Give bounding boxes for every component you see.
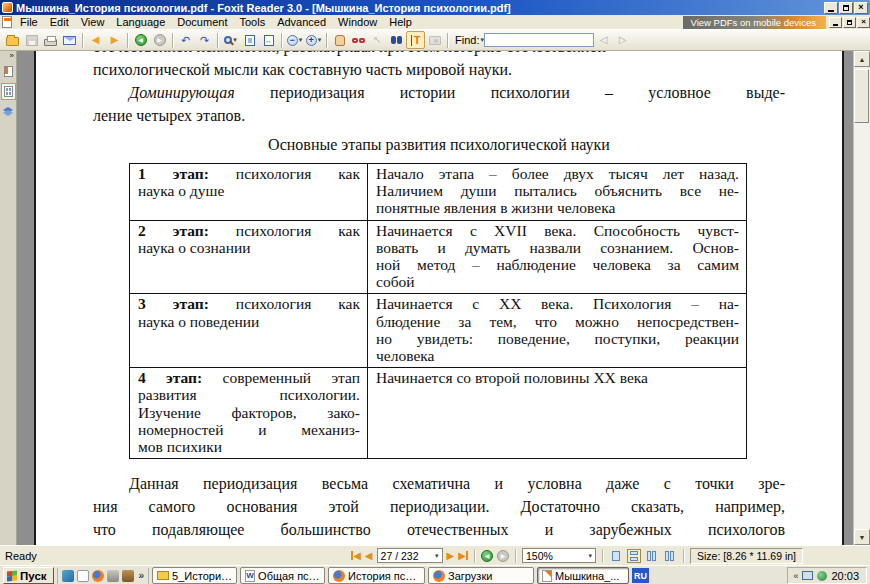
doc-line-clipped: отечественной психологии, рассматривая п… <box>93 51 785 58</box>
menu-window[interactable]: Window <box>332 16 383 28</box>
scrollbar-thumb[interactable] <box>854 69 869 123</box>
chevron-down-icon: ▾ <box>233 36 237 44</box>
previous-page-button[interactable]: ◀ <box>365 551 373 561</box>
open-button[interactable] <box>3 31 22 49</box>
menu-language[interactable]: Language <box>110 16 171 28</box>
start-button[interactable]: Пуск <box>3 567 54 584</box>
quick-launch-icon-2[interactable] <box>77 570 89 582</box>
clock[interactable]: 20:03 <box>831 570 859 582</box>
taskbar-item-downloads[interactable]: Загрузки <box>428 567 534 584</box>
language-indicator[interactable]: RU <box>632 568 649 583</box>
navigation-sidebar: » <box>0 51 17 545</box>
taskbar-item-browser-1[interactable]: История пси... <box>328 567 425 584</box>
find-previous-button[interactable]: ◁ <box>594 31 613 49</box>
zoom-out-button[interactable]: − ▾ <box>285 31 304 49</box>
search-button[interactable] <box>387 31 406 49</box>
email-button[interactable] <box>60 31 79 49</box>
rotate-left-icon: ↶ <box>181 35 190 46</box>
menu-view[interactable]: View <box>75 16 111 28</box>
pdf-page[interactable]: отечественной психологии, рассматривая п… <box>34 51 844 545</box>
zoom-level-box[interactable]: 150% ▾ <box>522 548 596 563</box>
fit-page-button[interactable] <box>240 31 259 49</box>
tray-collapse-icon[interactable]: « <box>793 571 798 581</box>
layers-icon <box>3 107 13 116</box>
doc-line: психологической мысли как составную част… <box>93 58 785 81</box>
next-page-button[interactable]: ▶ <box>105 31 124 49</box>
doc-close-button[interactable]: × <box>857 17 870 28</box>
menu-advanced[interactable]: Advanced <box>271 16 332 28</box>
chevron-down-icon: ▾ <box>318 36 322 44</box>
select-annotation-button[interactable]: ↖ <box>368 31 387 49</box>
taskbar-item-folder[interactable]: 5_История ... <box>152 567 237 584</box>
find-input[interactable] <box>484 33 594 47</box>
scrollbar-track[interactable] <box>854 67 870 529</box>
bookmarks-panel-button[interactable] <box>1 63 16 80</box>
taskbar-item-word-doc[interactable]: W Общая псих... <box>240 567 325 584</box>
previous-view-button[interactable]: ◀ <box>481 550 493 562</box>
quick-launch-icon-1[interactable] <box>62 570 74 582</box>
pages-panel-button[interactable] <box>1 83 16 100</box>
page-size-indicator: Size: [8.26 * 11.69 in] <box>690 548 803 564</box>
next-view-button[interactable]: ▶ <box>497 550 509 562</box>
restore-button[interactable] <box>839 2 853 14</box>
snapshot-button[interactable] <box>425 31 444 49</box>
open-folder-icon <box>6 37 19 46</box>
text-select-icon: T <box>411 35 421 46</box>
expand-panel-icon[interactable]: » <box>10 52 14 60</box>
rotate-left-button[interactable]: ↶ <box>176 31 195 49</box>
mobile-devices-banner[interactable]: View PDFs on mobile devices <box>683 16 827 29</box>
network-tray-icon[interactable] <box>802 571 813 580</box>
menu-tools[interactable]: Tools <box>233 16 271 28</box>
page-number-box[interactable]: 27 / 232 ▾ <box>377 548 443 563</box>
document-window-icon[interactable] <box>2 16 12 28</box>
quick-launch-icon-5[interactable] <box>122 570 134 582</box>
taskbar-item-foxit-active[interactable]: Мышкина_... <box>537 567 629 584</box>
doc-restore-button[interactable] <box>843 17 856 28</box>
toolbar: ◀ ▶ ◀ ▶ ↶ ↷ ▾ ↔ − ▾ + ▾ ↖ T Find: ▾ ◁ ▷ <box>0 30 870 51</box>
menu-file[interactable]: File <box>14 16 44 28</box>
previous-view-button[interactable]: ◀ <box>131 31 150 49</box>
single-page-layout-button[interactable] <box>609 549 623 563</box>
reading-mode-button[interactable] <box>349 31 368 49</box>
scroll-up-button[interactable]: ▲ <box>854 51 870 67</box>
scroll-down-button[interactable]: ▼ <box>854 529 870 545</box>
document-viewport[interactable]: отечественной психологии, рассматривая п… <box>17 51 853 545</box>
zoom-tool-button[interactable]: ▾ <box>221 31 240 49</box>
table-row: 1 этап: психология как наука о душе Нача… <box>130 164 747 221</box>
next-view-button[interactable]: ▶ <box>150 31 169 49</box>
fit-width-button[interactable]: ↔ <box>259 31 278 49</box>
hand-icon <box>335 35 345 46</box>
text-select-tool-button[interactable]: T <box>406 31 425 49</box>
hand-tool-button[interactable] <box>330 31 349 49</box>
continuous-layout-button[interactable] <box>627 549 641 563</box>
last-page-button[interactable]: ▶ <box>458 551 468 561</box>
facing-layout-button[interactable] <box>645 549 659 563</box>
minimize-button[interactable] <box>824 2 838 14</box>
previous-page-button[interactable]: ◀ <box>86 31 105 49</box>
menu-help[interactable]: Help <box>383 16 418 28</box>
tray-status-icon[interactable] <box>817 571 827 581</box>
rotate-right-button[interactable]: ↷ <box>195 31 214 49</box>
quick-launch-icon-4[interactable] <box>107 570 119 582</box>
vertical-scrollbar[interactable]: ▲ ▼ <box>853 51 870 545</box>
fit-page-icon <box>245 35 255 46</box>
table-row: 2 этап: психология как наука о сознании … <box>130 220 747 294</box>
print-button[interactable] <box>41 31 60 49</box>
next-page-button[interactable]: ▶ <box>447 551 455 561</box>
next-page-icon: ▶ <box>447 551 455 561</box>
menu-document[interactable]: Document <box>171 16 233 28</box>
quick-launch-overflow-icon[interactable]: » <box>139 570 145 581</box>
menu-edit[interactable]: Edit <box>44 16 75 28</box>
quick-launch-firefox-icon[interactable] <box>92 570 104 582</box>
find-next-button[interactable]: ▷ <box>613 31 632 49</box>
zoom-in-button[interactable]: + ▾ <box>304 31 323 49</box>
zoom-in-icon: + <box>306 35 317 46</box>
layers-panel-button[interactable] <box>1 103 16 120</box>
continuous-facing-layout-button[interactable] <box>663 549 677 563</box>
first-page-button[interactable]: ◀ <box>351 551 361 561</box>
doc-minimize-button[interactable] <box>829 17 842 28</box>
save-button[interactable] <box>22 31 41 49</box>
arrow-down-icon: ▼ <box>859 534 866 541</box>
close-button[interactable]: × <box>854 2 868 14</box>
previous-page-icon: ◀ <box>92 35 100 45</box>
